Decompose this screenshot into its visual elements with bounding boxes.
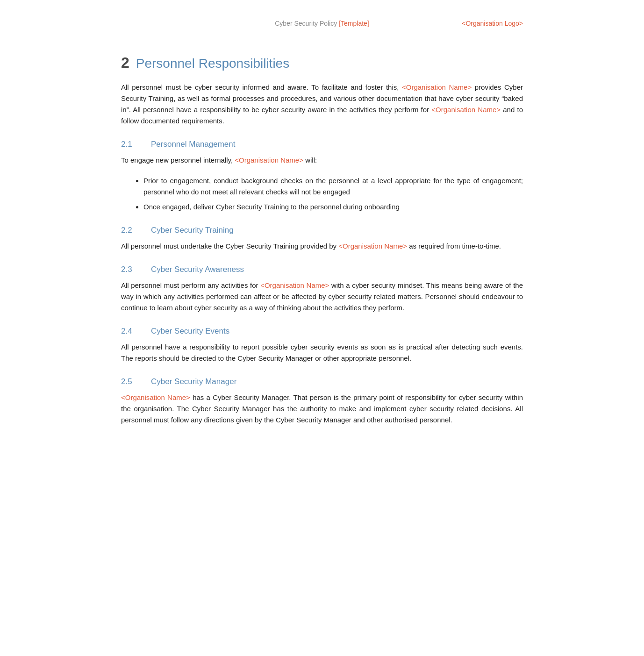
subsection-2-4-title: Cyber Security Events xyxy=(151,327,229,336)
sub2-1-text-post: will: xyxy=(303,156,317,164)
subsection-2-2-title: Cyber Security Training xyxy=(151,226,234,235)
sub2-2-text-pre: All personnel must undertake the Cyber S… xyxy=(121,242,338,250)
intro-org-name-2: <Organisation Name> xyxy=(431,106,501,114)
bullet-item: Prior to engagement, conduct background … xyxy=(143,175,523,198)
subsection-2-2-number: 2.2 xyxy=(121,226,138,235)
subsection-2-4: 2.4 Cyber Security Events All personnel … xyxy=(121,327,523,364)
sub2-1-org-name: <Organisation Name> xyxy=(235,156,303,164)
subsection-2-4-header: 2.4 Cyber Security Events xyxy=(121,327,523,336)
subsection-2-3-header: 2.3 Cyber Security Awareness xyxy=(121,265,523,274)
section2-title-block: 2 Personnel Responsibilities xyxy=(121,54,523,71)
header-template-bracket: [Template] xyxy=(339,20,369,27)
subsection-2-5-header: 2.5 Cyber Security Manager xyxy=(121,377,523,386)
sub2-1-text-pre: To engage new personnel internally, xyxy=(121,156,235,164)
subsection-2-1: 2.1 Personnel Management To engage new p… xyxy=(121,140,523,213)
subsection-2-3-number: 2.3 xyxy=(121,265,138,274)
subsection-2-4-number: 2.4 xyxy=(121,327,138,336)
subsection-2-3-body: All personnel must perform any activitie… xyxy=(121,280,523,314)
subsection-2-1-body: To engage new personnel internally, <Org… xyxy=(121,155,523,166)
sub2-2-text-post: as required from time-to-time. xyxy=(407,242,501,250)
bullet-item: Once engaged, deliver Cyber Security Tra… xyxy=(143,201,523,213)
subsection-2-2-body: All personnel must undertake the Cyber S… xyxy=(121,241,523,252)
subsection-2-5-body: <Organisation Name> has a Cyber Security… xyxy=(121,392,523,426)
subsection-2-5: 2.5 Cyber Security Manager <Organisation… xyxy=(121,377,523,426)
intro-text-1: All personnel must be cyber security inf… xyxy=(121,83,402,91)
sub2-2-org-name: <Organisation Name> xyxy=(338,242,407,250)
section2-intro-paragraph: All personnel must be cyber security inf… xyxy=(121,82,523,127)
page-container: Cyber Security Policy [Template] <Organi… xyxy=(93,0,551,463)
subsection-2-1-bullets: Prior to engagement, conduct background … xyxy=(143,175,523,213)
subsection-2-1-number: 2.1 xyxy=(121,140,138,149)
subsection-2-2: 2.2 Cyber Security Training All personne… xyxy=(121,226,523,252)
page-header: Cyber Security Policy [Template] <Organi… xyxy=(121,14,523,41)
intro-org-name-1: <Organisation Name> xyxy=(402,83,472,91)
subsection-2-5-title: Cyber Security Manager xyxy=(151,377,236,386)
subsection-2-2-header: 2.2 Cyber Security Training xyxy=(121,226,523,235)
subsection-2-1-title: Personnel Management xyxy=(151,140,236,149)
subsection-2-3: 2.3 Cyber Security Awareness All personn… xyxy=(121,265,523,314)
subsection-2-4-body: All personnel have a responsibility to r… xyxy=(121,342,523,364)
header-title-text: Cyber Security Policy xyxy=(275,20,339,27)
section2-title: Personnel Responsibilities xyxy=(136,56,289,71)
sub2-3-org-name: <Organisation Name> xyxy=(260,281,329,289)
sub2-3-text-pre: All personnel must perform any activitie… xyxy=(121,281,260,289)
subsection-2-1-header: 2.1 Personnel Management xyxy=(121,140,523,149)
sub2-5-org-name: <Organisation Name> xyxy=(121,393,190,401)
subsection-2-5-number: 2.5 xyxy=(121,377,138,386)
section2-number: 2 xyxy=(121,54,129,71)
header-logo: <Organisation Logo> xyxy=(462,20,523,27)
subsection-2-3-title: Cyber Security Awareness xyxy=(151,265,244,274)
